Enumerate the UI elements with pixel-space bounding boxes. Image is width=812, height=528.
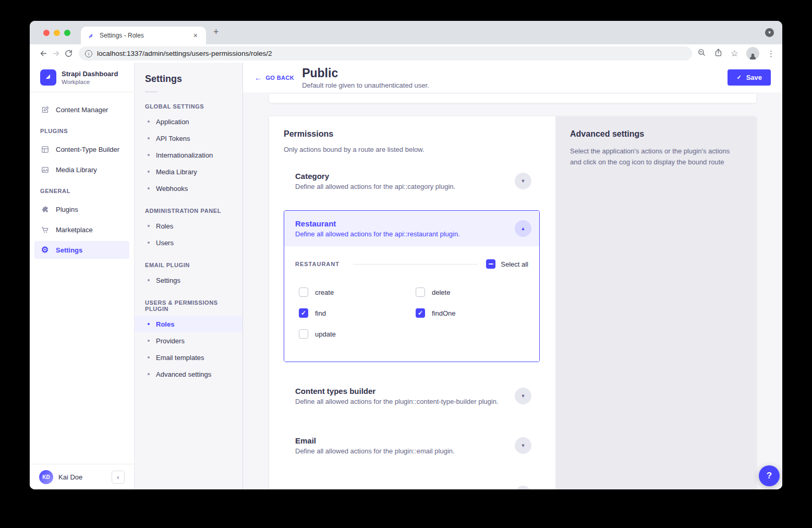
sidebar-item-content-manager[interactable]: Content Manager: [30, 101, 134, 118]
update-checkbox[interactable]: [299, 329, 308, 339]
permissions-subtitle: Only actions bound by a route are listed…: [284, 146, 540, 153]
url-text: localhost:1337/admin/settings/users-perm…: [97, 50, 272, 57]
subnav-section-email-plugin: EMAIL PLUGIN: [135, 262, 243, 268]
bullet-icon: [148, 121, 150, 123]
sidebar-item-settings[interactable]: ⚙ Settings: [34, 241, 129, 259]
sidebar-item-api-tokens[interactable]: API Tokens: [135, 130, 243, 147]
address-bar[interactable]: i localhost:1337/admin/settings/users-pe…: [79, 46, 692, 61]
create-checkbox[interactable]: [299, 287, 308, 297]
avatar[interactable]: KD: [39, 470, 53, 484]
sidebar-item-internationalization[interactable]: Internationalization: [135, 147, 243, 163]
go-back-link[interactable]: ← GO BACK: [254, 74, 294, 82]
tab-close-icon[interactable]: ×: [191, 31, 200, 40]
chevron-down-icon[interactable]: ▼: [515, 437, 531, 454]
accordion-category[interactable]: Category Define all allowed actions for …: [284, 172, 540, 190]
permission-find: ✓ find: [299, 308, 416, 318]
zoom-out-icon[interactable]: [697, 48, 706, 59]
checkbox-label: findOne: [432, 309, 456, 317]
page-title: Public: [302, 66, 429, 80]
subnav-item-label: Advanced settings: [156, 370, 211, 378]
browser-tab[interactable]: Settings - Roles ×: [81, 27, 206, 44]
permissions-card: Permissions Only actions bound by a rout…: [269, 116, 756, 489]
checkbox-label: update: [315, 330, 336, 338]
save-button[interactable]: ✓ Save: [728, 69, 771, 86]
browser-profile-avatar[interactable]: [746, 47, 759, 60]
reload-icon[interactable]: [62, 49, 75, 58]
settings-sidebar-title: Settings: [135, 63, 243, 85]
edit-icon: [40, 105, 50, 114]
sidebar-item-email-templates[interactable]: Email templates: [135, 349, 243, 366]
accordion-description: Define all allowed actions for the api::…: [295, 183, 455, 190]
sidebar-item-label: Plugins: [56, 206, 78, 213]
search-tabs-button[interactable]: ▼: [765, 28, 774, 37]
select-all-control: Select all: [486, 259, 528, 269]
sidebar-section-plugins: PLUGINS: [30, 128, 134, 134]
window-zoom-button[interactable]: [64, 30, 70, 36]
subnav-item-label: API Tokens: [156, 135, 190, 142]
accordion-list: Category Define all allowed actions for …: [284, 172, 540, 489]
main-content: ← GO BACK Public Default role given to u…: [243, 63, 782, 489]
accordion-content-types-builder[interactable]: Content types builder Define all allowed…: [284, 387, 540, 405]
site-info-icon[interactable]: i: [85, 50, 92, 57]
subnav-section-users-permissions-plugin: USERS & PERMISSIONS PLUGIN: [135, 299, 243, 312]
forward-icon[interactable]: [50, 49, 62, 58]
window-close-button[interactable]: [43, 30, 50, 36]
sidebar-section-general: GENERAL: [30, 188, 134, 194]
accordion-title: Email: [295, 436, 455, 445]
sidebar-item-admin-roles[interactable]: Roles: [135, 218, 243, 234]
sidebar-item-label: Marketplace: [56, 226, 93, 234]
window-minimize-button[interactable]: [54, 30, 60, 36]
window-controls: [43, 30, 70, 36]
accordion-title: Restaurant: [295, 219, 460, 228]
select-all-checkbox[interactable]: [486, 259, 495, 269]
browser-toolbar: i localhost:1337/admin/settings/users-pe…: [30, 44, 782, 63]
accordion-restaurant-expanded: Restaurant Define all allowed actions fo…: [284, 210, 540, 362]
help-button[interactable]: ?: [759, 465, 780, 486]
accordion-restaurant-header[interactable]: Restaurant Define all allowed actions fo…: [284, 211, 539, 246]
sidebar-item-webhooks[interactable]: Webhooks: [135, 180, 243, 197]
collapse-sidebar-button[interactable]: ‹: [112, 471, 125, 484]
chevron-up-icon[interactable]: ▲: [515, 220, 531, 237]
sidebar-item-providers[interactable]: Providers: [135, 332, 243, 349]
findone-checkbox[interactable]: ✓: [416, 308, 425, 318]
strapi-logo-icon: [40, 69, 56, 86]
chevron-down-icon[interactable]: ▼: [515, 388, 531, 404]
permissions-panel: Permissions Only actions bound by a rout…: [269, 116, 555, 489]
sidebar-item-media-library-settings[interactable]: Media Library: [135, 163, 243, 180]
bullet-icon: [148, 373, 150, 375]
subnav-item-label: Internationalization: [156, 151, 213, 159]
divider: [353, 264, 478, 265]
new-tab-button[interactable]: +: [213, 27, 219, 38]
sidebar-item-plugins[interactable]: Plugins: [30, 200, 134, 218]
find-checkbox[interactable]: ✓: [299, 308, 308, 318]
workspace-title: Strapi Dashboard: [62, 70, 118, 78]
chevron-down-icon[interactable]: ▼: [515, 173, 531, 189]
subnav-item-label: Roles: [156, 320, 174, 328]
share-icon[interactable]: [714, 48, 723, 59]
sidebar-item-marketplace[interactable]: Marketplace: [30, 221, 134, 238]
scrolled-card-edge: [269, 94, 756, 103]
sidebar-item-content-type-builder[interactable]: Content-Type Builder: [30, 140, 134, 158]
accordion-description: Define all allowed actions for the api::…: [295, 230, 460, 238]
sidebar-item-up-roles[interactable]: Roles: [135, 316, 243, 332]
browser-menu-icon[interactable]: ⋮: [767, 49, 775, 58]
subnav-section-global-settings: GLOBAL SETTINGS: [135, 103, 243, 110]
accordion-email[interactable]: Email Define all allowed actions for the…: [284, 436, 540, 455]
accordion-i18n[interactable]: i18n ▼: [284, 486, 540, 489]
sidebar-item-media-library[interactable]: Media Library: [30, 161, 134, 178]
sidebar-item-admin-users[interactable]: Users: [135, 234, 243, 251]
sidebar-item-email-settings[interactable]: Settings: [135, 272, 243, 289]
delete-checkbox[interactable]: [416, 287, 425, 297]
bookmark-star-icon[interactable]: ☆: [731, 49, 738, 58]
workspace-switcher[interactable]: Strapi Dashboard Workplace: [30, 63, 134, 92]
chevron-down-icon[interactable]: ▼: [515, 486, 531, 489]
sidebar-item-label: Content Manager: [56, 106, 108, 114]
back-icon[interactable]: [37, 49, 50, 58]
bullet-icon: [148, 187, 150, 189]
bullet-icon: [148, 154, 150, 156]
sidebar-item-advanced-settings[interactable]: Advanced settings: [135, 366, 243, 382]
bullet-icon: [148, 137, 150, 139]
sidebar-item-application[interactable]: Application: [135, 113, 243, 130]
arrow-left-icon: ←: [254, 74, 262, 82]
advanced-settings-description: Select the application's actions or the …: [570, 146, 742, 168]
